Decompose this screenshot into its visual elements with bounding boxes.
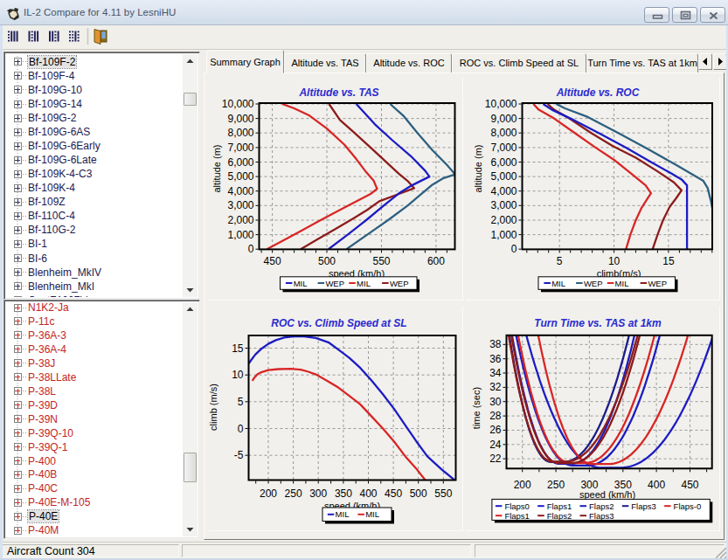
svg-text:10,000: 10,000: [222, 98, 254, 110]
svg-text:1,000: 1,000: [227, 229, 253, 241]
svg-text:10,000: 10,000: [485, 98, 517, 110]
svg-text:1,000: 1,000: [490, 229, 517, 241]
svg-text:350: 350: [335, 487, 352, 500]
svg-text:Altitude vs. ROC: Altitude vs. ROC: [556, 86, 640, 99]
svg-text:24: 24: [489, 439, 502, 451]
svg-text:MIL: MIL: [365, 509, 379, 519]
svg-text:550: 550: [434, 487, 452, 500]
svg-text:34: 34: [489, 367, 502, 379]
svg-text:0: 0: [511, 243, 517, 255]
svg-text:5: 5: [557, 255, 563, 267]
svg-text:-5: -5: [234, 449, 244, 461]
svg-text:WEP: WEP: [325, 279, 344, 288]
svg-text:30: 30: [489, 396, 502, 408]
svg-text:6,000: 6,000: [227, 156, 253, 169]
svg-text:Flaps0: Flaps0: [504, 501, 530, 511]
svg-text:10: 10: [232, 369, 244, 381]
svg-text:15: 15: [232, 342, 244, 355]
svg-text:0: 0: [248, 243, 254, 255]
svg-text:0: 0: [238, 423, 244, 435]
svg-text:5: 5: [238, 396, 244, 408]
svg-text:2,000: 2,000: [490, 214, 517, 226]
svg-text:Flaps1: Flaps1: [504, 511, 530, 521]
svg-text:200: 200: [514, 479, 531, 491]
svg-text:time (sec): time (sec): [471, 387, 482, 429]
svg-text:Flaps2: Flaps2: [589, 501, 614, 511]
svg-text:500: 500: [410, 487, 427, 500]
svg-text:600: 600: [427, 255, 445, 267]
svg-text:22: 22: [489, 453, 502, 465]
svg-text:climb (m/s): climb (m/s): [208, 384, 218, 431]
svg-text:300: 300: [309, 487, 327, 500]
svg-text:550: 550: [372, 255, 390, 267]
svg-text:400: 400: [359, 487, 377, 500]
svg-text:Flaps3: Flaps3: [631, 501, 656, 511]
svg-text:9,000: 9,000: [227, 113, 253, 125]
svg-text:Altitude vs. TAS: Altitude vs. TAS: [298, 86, 378, 99]
svg-text:MIL: MIL: [357, 279, 371, 288]
svg-text:28: 28: [489, 410, 502, 422]
svg-text:Turn Time vs. TAS at 1km: Turn Time vs. TAS at 1km: [534, 317, 662, 329]
svg-text:WEP: WEP: [584, 279, 603, 288]
svg-text:MIL: MIL: [615, 279, 629, 288]
svg-text:36: 36: [489, 353, 502, 365]
svg-text:9,000: 9,000: [490, 113, 517, 125]
svg-text:10: 10: [608, 255, 621, 267]
svg-text:4,000: 4,000: [227, 185, 253, 197]
svg-text:2,000: 2,000: [227, 214, 253, 226]
svg-text:5,000: 5,000: [227, 170, 253, 183]
svg-text:450: 450: [385, 487, 402, 500]
svg-text:200: 200: [260, 487, 277, 500]
svg-text:3,000: 3,000: [227, 199, 253, 211]
svg-text:250: 250: [285, 487, 302, 500]
svg-text:8,000: 8,000: [227, 127, 253, 139]
svg-text:7,000: 7,000: [490, 142, 517, 154]
svg-text:32: 32: [489, 381, 502, 393]
svg-text:7,000: 7,000: [227, 142, 253, 154]
svg-text:250: 250: [547, 479, 565, 491]
svg-text:MIL: MIL: [551, 279, 565, 288]
svg-text:8,000: 8,000: [490, 127, 517, 139]
svg-text:WEP: WEP: [390, 279, 409, 288]
svg-text:26: 26: [489, 424, 502, 436]
svg-text:Flaps2: Flaps2: [547, 511, 572, 521]
svg-text:38: 38: [489, 338, 502, 350]
svg-text:4,000: 4,000: [490, 185, 517, 197]
svg-text:450: 450: [264, 255, 281, 267]
svg-text:400: 400: [648, 479, 665, 491]
svg-text:5,000: 5,000: [490, 170, 517, 183]
svg-text:MIL: MIL: [294, 279, 308, 288]
svg-text:altitude (m): altitude (m): [473, 144, 483, 192]
svg-text:450: 450: [681, 479, 698, 491]
svg-text:WEP: WEP: [648, 279, 667, 288]
svg-text:3,000: 3,000: [490, 199, 517, 211]
svg-text:Flaps-0: Flaps-0: [674, 501, 702, 511]
svg-text:MIL: MIL: [336, 509, 350, 519]
svg-text:ROC vs. Climb Speed at SL: ROC vs. Climb Speed at SL: [271, 317, 406, 329]
svg-text:altitude (m): altitude (m): [211, 144, 222, 192]
svg-text:speed (km/h): speed (km/h): [579, 489, 635, 500]
svg-text:6,000: 6,000: [490, 156, 517, 169]
svg-text:15: 15: [662, 255, 675, 267]
svg-text:Flaps1: Flaps1: [547, 501, 572, 511]
svg-text:500: 500: [318, 255, 336, 267]
svg-text:Flaps3: Flaps3: [589, 511, 614, 521]
